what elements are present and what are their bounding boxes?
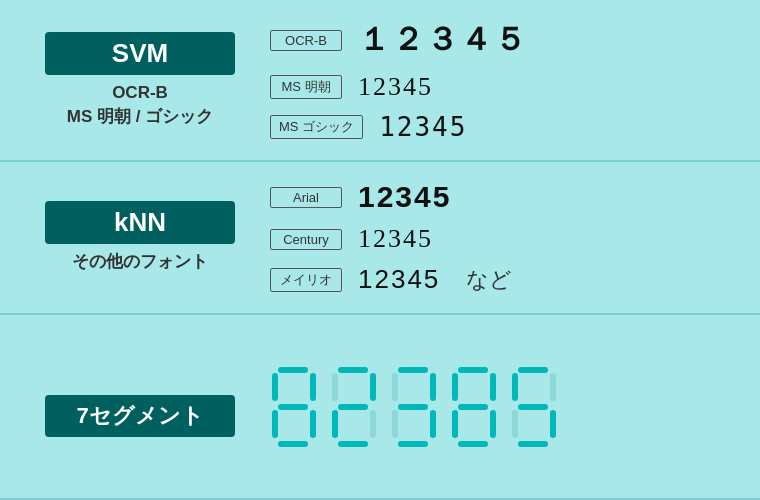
seg-mid-2 bbox=[338, 404, 368, 410]
seg-badge: 7セグメント bbox=[45, 395, 235, 437]
num-arial: 12345 bbox=[358, 180, 451, 214]
seg-label-col: 7セグメント 7セグメント bbox=[30, 395, 250, 419]
seg-display bbox=[250, 367, 562, 447]
seg-bot-4 bbox=[458, 441, 488, 447]
seg-top-1 bbox=[278, 367, 308, 373]
seg-tl-1 bbox=[272, 373, 278, 401]
font-row-arial: Arial 12345 bbox=[270, 180, 730, 214]
knn-badge: kNN bbox=[45, 201, 235, 244]
font-tag-meiryo: メイリオ bbox=[270, 268, 342, 292]
font-tag-mincho: MS 明朝 bbox=[270, 75, 342, 99]
knn-sub-label: その他のフォント bbox=[72, 250, 208, 274]
svm-section: SVM OCR-BMS 明朝 / ゴシック OCR-B １２３４５ MS 明朝 … bbox=[0, 0, 760, 162]
font-row-mincho: MS 明朝 12345 bbox=[270, 72, 730, 102]
seg-br-5 bbox=[550, 410, 556, 438]
seg-top-3 bbox=[398, 367, 428, 373]
seg-tr-4 bbox=[490, 373, 496, 401]
seg-digit-5 bbox=[510, 367, 562, 447]
seg-top-2 bbox=[338, 367, 368, 373]
font-tag-gothic: MS ゴシック bbox=[270, 115, 363, 139]
seg-tr-5 bbox=[550, 373, 556, 401]
font-row-ocrb: OCR-B １２３４５ bbox=[270, 18, 730, 62]
seg-digit-1 bbox=[270, 367, 322, 447]
knn-section: kNN その他のフォント Arial 12345 Century 12345 メ… bbox=[0, 162, 760, 315]
seg-tl-5 bbox=[512, 373, 518, 401]
seg-bot-3 bbox=[398, 441, 428, 447]
seg-digit-3 bbox=[390, 367, 442, 447]
seg-mid-4 bbox=[458, 404, 488, 410]
font-row-meiryo: メイリオ 12345 など bbox=[270, 264, 730, 295]
seg-bl-3 bbox=[392, 410, 398, 438]
num-mincho: 12345 bbox=[358, 72, 433, 102]
font-row-century: Century 12345 bbox=[270, 224, 730, 254]
seg-bot-5 bbox=[518, 441, 548, 447]
seg-br-2 bbox=[370, 410, 376, 438]
seg-mid-5 bbox=[518, 404, 548, 410]
font-tag-arial: Arial bbox=[270, 187, 342, 208]
svm-sub-label: OCR-BMS 明朝 / ゴシック bbox=[67, 81, 213, 129]
seg-bl-2 bbox=[332, 410, 338, 438]
seg-bl-1 bbox=[272, 410, 278, 438]
seg-bl-4 bbox=[452, 410, 458, 438]
seg-bl-5 bbox=[512, 410, 518, 438]
seg-bot-1 bbox=[278, 441, 308, 447]
seg-top-4 bbox=[458, 367, 488, 373]
seg-digit-2 bbox=[330, 367, 382, 447]
seg-digit-4 bbox=[450, 367, 502, 447]
seg-tl-4 bbox=[452, 373, 458, 401]
svm-label-col: SVM OCR-BMS 明朝 / ゴシック bbox=[30, 32, 250, 129]
seg-br-1 bbox=[310, 410, 316, 438]
seg-tl-3 bbox=[392, 373, 398, 401]
knn-label-col: kNN その他のフォント bbox=[30, 201, 250, 274]
svm-rows: OCR-B １２３４５ MS 明朝 12345 MS ゴシック 12345 bbox=[250, 18, 730, 142]
seg-br-3 bbox=[430, 410, 436, 438]
knn-rows: Arial 12345 Century 12345 メイリオ 12345 など bbox=[250, 180, 730, 295]
seg-tr-1 bbox=[310, 373, 316, 401]
seg-tl-2 bbox=[332, 373, 338, 401]
font-row-gothic: MS ゴシック 12345 bbox=[270, 112, 730, 142]
seg-tr-3 bbox=[430, 373, 436, 401]
seg-mid-3 bbox=[398, 404, 428, 410]
num-meiryo: 12345 bbox=[358, 264, 440, 295]
seg-section: 7セグメント 7セグメント bbox=[0, 315, 760, 500]
seg-top-5 bbox=[518, 367, 548, 373]
num-ocrb: １２３４５ bbox=[358, 18, 528, 62]
seg-bot-2 bbox=[338, 441, 368, 447]
font-tag-century: Century bbox=[270, 229, 342, 250]
num-gothic: 12345 bbox=[379, 112, 467, 142]
seg-mid-1 bbox=[278, 404, 308, 410]
seg-tr-2 bbox=[370, 373, 376, 401]
seg-br-4 bbox=[490, 410, 496, 438]
font-tag-ocrb: OCR-B bbox=[270, 30, 342, 51]
num-century: 12345 bbox=[358, 224, 433, 254]
nado-label: など bbox=[466, 265, 512, 295]
svm-badge: SVM bbox=[45, 32, 235, 75]
